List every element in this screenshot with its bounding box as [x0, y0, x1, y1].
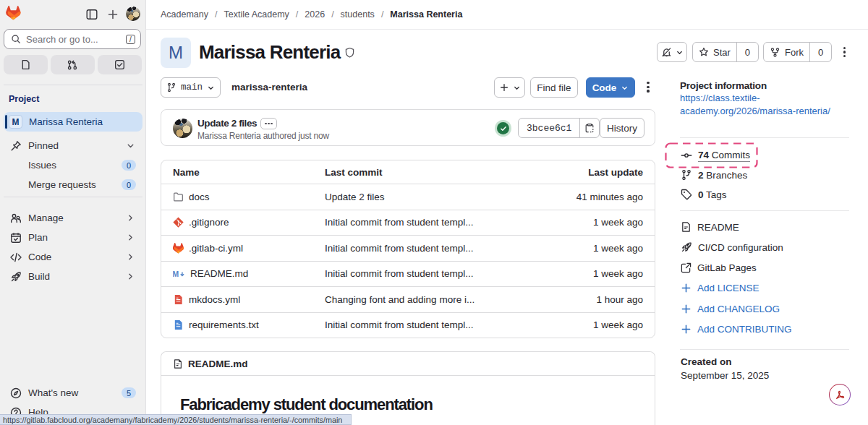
svg-text:M: M	[173, 270, 179, 278]
